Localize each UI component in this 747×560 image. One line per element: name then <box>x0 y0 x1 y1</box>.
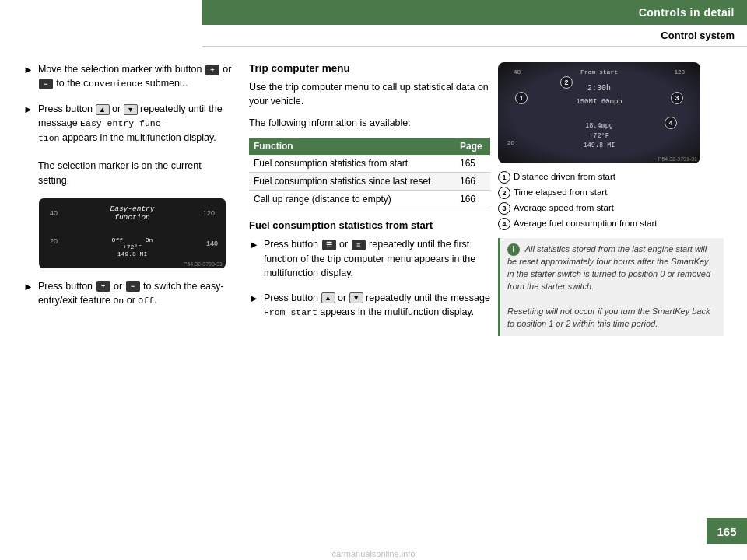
minus-button-icon: − <box>39 79 53 89</box>
info-icon: i <box>507 243 520 256</box>
gauge-140-label: 140 <box>206 240 218 247</box>
circle-2-overlay: 2 <box>560 76 573 89</box>
off-on-line: Off On <box>112 236 153 243</box>
bullet-arrow-3: ► <box>23 280 33 294</box>
table-row: Fuel consumption statistics from start 1… <box>249 155 490 173</box>
subsection-title: Control system <box>661 30 735 41</box>
page-number: 165 <box>717 525 736 538</box>
cluster-label-3: 3 Average speed from start <box>498 202 724 215</box>
down-btn-2: ▼ <box>349 292 363 303</box>
bullet-text-2: Press button ▲ or ▼ repeatedly until the… <box>38 102 233 187</box>
sub-bullet-arrow-2: ► <box>249 292 259 306</box>
easy-entry-code: Easy-entry func-tion <box>38 118 167 143</box>
table-row: Call up range (distance to empty) 166 <box>249 191 490 208</box>
table-cell-page-166b: 166 <box>455 191 490 208</box>
far-right-column: 40 120 20 From start 2:30h 150MI 60mph 1… <box>498 62 724 336</box>
off-text: Off <box>138 296 154 306</box>
cluster-label-text-2: Time elapsed from start <box>514 187 607 199</box>
minus-button-icon-2: − <box>126 281 140 292</box>
dashboard-numbers: Off On +72°F 149.8 MI <box>112 236 153 257</box>
header-bar: Controls in detail <box>202 0 747 25</box>
up-btn-2: ▲ <box>321 292 335 303</box>
circle-4-overlay: 4 <box>665 117 677 129</box>
bullet-item-1: ► Move the selection marker with button … <box>23 62 233 91</box>
sub-bullet-text-1: Press button ☰ or ≡ repeatedly until the… <box>264 237 490 279</box>
trip-intro-text: Use the trip computer menu to call up st… <box>249 80 490 108</box>
cluster-gauge-120: 120 <box>675 68 685 75</box>
right-column: Trip computer menu Use the trip computer… <box>249 62 490 331</box>
cluster-bottom-stats: 18.4mpg +72°F 149.8 MI <box>584 121 615 151</box>
bullet-arrow-2: ► <box>23 103 33 117</box>
circle-num-2: 2 <box>498 187 510 199</box>
cluster-labels: 1 Distance driven from start 2 Time elap… <box>498 171 724 230</box>
function-table: Function Page Fuel consumption statistic… <box>249 138 490 208</box>
sub-bullet-arrow-1: ► <box>249 238 259 252</box>
page-number-box: 165 <box>707 518 747 544</box>
mi-line: 149.8 MI <box>117 250 147 257</box>
sub-header: Control system <box>202 25 747 47</box>
table-cell-page-166a: 166 <box>455 173 490 191</box>
cluster-label-4: 4 Average fuel consumption from start <box>498 218 724 230</box>
convenience-text: Convenience <box>83 79 142 89</box>
cluster-label-text-4: Average fuel consumption from start <box>514 218 658 230</box>
cluster-label-text-3: Average speed from start <box>514 202 614 215</box>
info-box: i All statistics stored from the last en… <box>498 238 724 336</box>
from-start-code: From start <box>264 307 317 317</box>
resetting-note: Resetting will not occur if you turn the… <box>507 306 710 328</box>
table-header-page: Page <box>455 138 490 155</box>
dashboard-image: 40 120 20 140 Easy-entryfunction Off On … <box>39 198 226 268</box>
up-button-icon: ▲ <box>96 104 110 115</box>
circle-num-3: 3 <box>498 202 510 215</box>
cluster-image: 40 120 20 From start 2:30h 150MI 60mph 1… <box>498 62 700 163</box>
cluster-time: 2:30h <box>587 84 611 93</box>
cluster-label-text-1: Distance driven from start <box>514 171 615 184</box>
table-header-function: Function <box>249 138 455 155</box>
table-cell-page-165: 165 <box>455 155 490 173</box>
dashboard-photo-ref: P54.32-3790-31 <box>184 261 223 267</box>
left-column: ► Move the selection marker with button … <box>23 62 233 318</box>
bullet-item-2: ► Press button ▲ or ▼ repeatedly until t… <box>23 102 233 187</box>
sub-bullet-text-2: Press button ▲ or ▼ repeatedly until the… <box>264 291 490 320</box>
dashboard-label: Easy-entryfunction <box>110 205 154 222</box>
bullet-arrow-1: ► <box>23 63 33 77</box>
menu-btn-icon-2: ≡ <box>352 240 366 250</box>
bullet-text-1: Move the selection marker with button + … <box>38 62 233 91</box>
circle-1-overlay: 1 <box>515 92 528 104</box>
table-row: Fuel consumption statistics since last r… <box>249 173 490 191</box>
sub-bullet-2: ► Press button ▲ or ▼ repeatedly until t… <box>249 291 490 320</box>
bullet-item-3: ► Press button + or − to switch the easy… <box>23 279 233 308</box>
cluster-label-2: 2 Time elapsed from start <box>498 187 724 199</box>
cluster-gauge-20: 20 <box>507 139 514 146</box>
bullet-text-3: Press button + or − to switch the easy-e… <box>38 279 233 308</box>
cluster-label-1: 1 Distance driven from start <box>498 171 724 184</box>
table-cell-range: Call up range (distance to empty) <box>249 191 455 208</box>
info-box-text: All statistics stored from the last engi… <box>507 244 710 291</box>
cluster-gauge-40: 40 <box>514 68 521 75</box>
down-button-icon: ▼ <box>124 104 138 115</box>
fuel-stats-title: Fuel consumption statistics from start <box>249 219 490 231</box>
cluster-from-start: From start <box>580 68 618 75</box>
plus-button-icon: + <box>205 65 219 75</box>
circle-3-overlay: 3 <box>671 92 683 104</box>
plus-button-icon-2: + <box>96 281 110 292</box>
circle-num-1: 1 <box>498 171 510 184</box>
cluster-speed: 150MI 60mph <box>576 98 622 106</box>
temp-line: +72°F <box>123 243 142 250</box>
on-text: On <box>113 296 124 306</box>
sub-bullet-1: ► Press button ☰ or ≡ repeatedly until t… <box>249 237 490 279</box>
circle-num-4: 4 <box>498 218 510 230</box>
gauge-120-label: 120 <box>203 209 215 217</box>
trip-computer-title: Trip computer menu <box>249 62 490 74</box>
menu-btn-icon-1: ☰ <box>322 240 336 250</box>
table-cell-fuel-reset: Fuel consumption statistics since last r… <box>249 173 455 191</box>
watermark: carmanualsonline.info <box>0 549 747 558</box>
section-title: Controls in detail <box>639 6 735 19</box>
gauge-20-label: 20 <box>50 237 58 245</box>
table-cell-fuel-from-start: Fuel consumption statistics from start <box>249 155 455 173</box>
cluster-photo-ref: P54.32-3791-31 <box>658 156 697 162</box>
available-text: The following information is available: <box>249 116 490 130</box>
gauge-40-label: 40 <box>50 209 58 217</box>
